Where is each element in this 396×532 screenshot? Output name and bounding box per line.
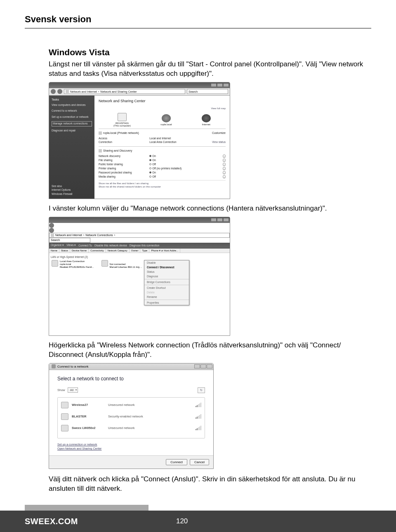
context-menu: Disable Connect / Disconnect Status Diag…	[144, 260, 189, 305]
max-icon[interactable]	[200, 364, 206, 368]
breadcrumb-part: Network and Sharing Center	[100, 90, 137, 93]
breadcrumb[interactable]: Network and Internet › Network and Shari…	[64, 89, 185, 94]
ctx-connect-disconnect[interactable]: Connect / Disconnect	[144, 265, 189, 270]
max-icon[interactable]	[217, 218, 223, 222]
screenshot-network-sharing-center: Network and Internet › Network and Shari…	[49, 82, 230, 199]
connection-lan[interactable]: Local Area Connection ropla.local Realte…	[49, 259, 97, 270]
ctx-shortcut[interactable]: Create Shortcut	[144, 286, 189, 290]
network-item[interactable]: Sweex LW050v2 Unsecured network	[59, 422, 203, 434]
setup-connection-link[interactable]: Set up a connection or network	[57, 443, 205, 447]
folder-icon	[66, 90, 69, 93]
connection-wireless[interactable]: Wireless Network Connection Not connecte…	[99, 259, 145, 270]
view-status-link[interactable]: View status	[200, 141, 226, 143]
breadcrumb-part: Network and Internet	[70, 90, 97, 93]
page-number: 120	[176, 517, 188, 525]
node-internet: Internet	[202, 114, 211, 126]
showme-link[interactable]: Show me all the files and folders I am s…	[99, 182, 226, 185]
footer-tab	[25, 505, 148, 511]
chevron-down-icon[interactable]: ⌄	[223, 171, 226, 174]
seealso-link[interactable]: Internet Options	[52, 188, 92, 192]
screenshot-connect-network: Connect to a network Select a network to…	[49, 363, 214, 469]
toolbar-connect[interactable]: Connect To	[78, 244, 92, 247]
window-titlebar	[49, 82, 230, 88]
search-input[interactable]: Search	[49, 238, 90, 243]
ctx-rename[interactable]: Rename	[144, 295, 189, 299]
nav-back-icon[interactable]	[51, 89, 56, 94]
address-bar: Network and Internet › Network and Shari…	[49, 88, 230, 96]
sd-row: Public folder sharingOff⌄	[99, 162, 226, 166]
toolbar-diagnose[interactable]: Diagnose this connection	[130, 244, 160, 247]
folder-icon	[51, 234, 54, 237]
ctx-delete[interactable]: Delete	[144, 290, 189, 295]
footer-brand: SWEEX.COM	[25, 517, 78, 526]
network-item[interactable]: Wireless27 Unsecured network	[59, 399, 203, 411]
max-icon[interactable]	[217, 83, 223, 87]
chevron-down-icon[interactable]: ⌄	[223, 167, 226, 170]
sep: ›	[98, 90, 99, 93]
cancel-button[interactable]: Cancel	[190, 459, 209, 465]
task-link[interactable]: Diagnose and repair	[52, 129, 92, 132]
close-icon[interactable]	[223, 83, 229, 87]
show-dropdown[interactable]: All	[68, 387, 78, 393]
nav-back-icon[interactable]	[49, 223, 54, 228]
sharing-mini-icon	[99, 149, 102, 152]
dialog-heading: Select a network to connect to	[57, 376, 205, 382]
toolbar-disable[interactable]: Disable this network device	[94, 244, 127, 247]
dialog-title: Connect to a network	[57, 365, 89, 368]
pc-icon	[118, 113, 127, 121]
ctx-status[interactable]: Status	[144, 270, 189, 274]
close-icon[interactable]	[223, 218, 229, 222]
open-sharing-center-link[interactable]: Open Network and Sharing Center	[57, 447, 205, 451]
screenshot-network-connections: Network and Internet› Network Connection…	[49, 217, 230, 336]
doc-header: Svensk version	[25, 14, 371, 28]
sd-row: Network discoveryOn⌄	[99, 154, 226, 158]
nav-fwd-icon[interactable]	[49, 228, 54, 233]
min-icon[interactable]	[211, 218, 217, 222]
network-icon	[52, 364, 56, 368]
network-item[interactable]: BLASTER Security-enabled network	[59, 411, 203, 422]
connect-button[interactable]: Connect	[166, 459, 187, 465]
toolbar-organize[interactable]: Organize ▾	[51, 244, 64, 247]
show-label: Show	[57, 388, 65, 392]
view-full-map-link[interactable]: View full map	[99, 107, 226, 110]
chevron-down-icon[interactable]: ⌄	[223, 159, 226, 162]
signal-icon	[196, 403, 201, 407]
breadcrumb[interactable]: Network and Internet› Network Connection…	[49, 233, 230, 238]
tasks-sidebar: Tasks View computers and devices Connect…	[49, 96, 94, 199]
network-mini-icon	[99, 131, 102, 135]
wifi-icon	[101, 260, 108, 267]
min-icon[interactable]	[194, 364, 200, 368]
paragraph-1: Längst ner till vänster på skärmen går d…	[49, 60, 371, 79]
network-icon	[162, 114, 171, 122]
task-link[interactable]: View computers and devices	[52, 103, 92, 107]
chevron-down-icon[interactable]: ⌄	[223, 155, 226, 158]
search-input[interactable]: Search	[187, 89, 228, 94]
ctx-bridge[interactable]: Bridge Connections	[144, 280, 189, 284]
nav-fwd-icon[interactable]	[57, 89, 62, 94]
task-manage-connections[interactable]: Manage network connections	[52, 121, 92, 126]
toolbar: Organize ▾ Views ▾ Connect To Disable th…	[49, 243, 230, 248]
refresh-button[interactable]: ↻	[198, 387, 205, 393]
pc-icon	[61, 425, 68, 431]
ctx-disable[interactable]: Disable	[144, 260, 189, 265]
showme-link[interactable]: Show me all the shared network folders o…	[99, 185, 226, 188]
column-headers: NameStatusDevice NameConnectivityNetwork…	[49, 248, 230, 253]
node-network: ropla.local	[160, 114, 172, 126]
paragraph-3: Högerklicka på "Wireless Network connect…	[49, 341, 371, 360]
ctx-diagnose[interactable]: Diagnose	[144, 274, 189, 279]
customize-link[interactable]: Customize	[212, 131, 226, 134]
paragraph-4: Välj ditt nätverk och klicka på "Connect…	[49, 475, 371, 494]
dialog-titlebar: Connect to a network	[49, 363, 213, 370]
min-icon[interactable]	[211, 83, 217, 87]
toolbar-views[interactable]: Views ▾	[66, 244, 76, 247]
chevron-down-icon[interactable]: ⌄	[223, 163, 226, 166]
panel-title: Network and Sharing Center	[99, 99, 226, 103]
seealso-link[interactable]: Windows Firewall	[52, 192, 92, 196]
node-pc: RDVISTA01 (This computer)	[113, 113, 131, 127]
task-link[interactable]: Connect to a network	[52, 109, 92, 112]
signal-icon	[196, 426, 201, 430]
chevron-down-icon[interactable]: ⌄	[223, 175, 226, 178]
close-icon[interactable]	[207, 364, 212, 368]
task-link[interactable]: Set up a connection or network	[52, 115, 92, 119]
ctx-properties[interactable]: Properties	[144, 300, 189, 305]
